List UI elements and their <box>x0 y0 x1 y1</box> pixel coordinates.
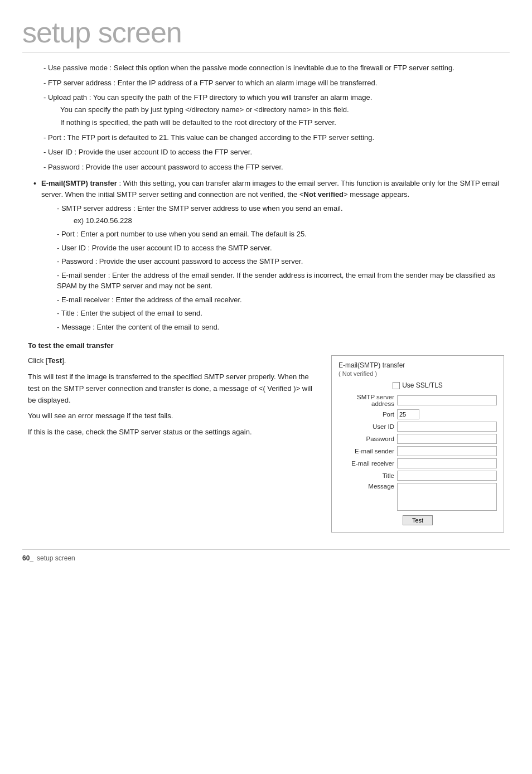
smtp-receiver-label: E-mail receiver <box>338 460 397 467</box>
smtp-server-address-label: SMTP server address <box>338 394 397 407</box>
email-bullet-list: E-mail(SMTP) transfer : With this settin… <box>28 178 504 332</box>
email-sub-list: SMTP server address : Enter the SMTP ser… <box>41 203 504 332</box>
smtp-password-label: Password <box>338 436 397 442</box>
footer: 60_ setup screen <box>22 549 510 562</box>
email-label-end: > message appears. <box>344 190 409 199</box>
smtp-server-address-input[interactable] <box>397 395 497 405</box>
smtp-port-input[interactable] <box>397 409 419 419</box>
smtp-receiver-row: E-mail receiver <box>338 458 497 468</box>
footer-page-number: 60_ <box>22 554 33 562</box>
smtp-userid-input[interactable] <box>397 422 497 432</box>
list-item: Password : Provide the user account pass… <box>39 162 504 173</box>
sub-line: You can specify the path by just typing … <box>43 104 504 115</box>
smtp-message-label: Message <box>338 483 397 490</box>
sub-list-item: Password : Provide the user account pass… <box>52 256 504 267</box>
ftp-list: Use passive mode : Select this option wh… <box>28 62 504 172</box>
ssl-label: Use SSL/TLS <box>402 381 443 389</box>
smtp-test-btn-row: Test <box>338 515 497 525</box>
smtp-title-row: Title <box>338 471 497 481</box>
test-desc-2: You will see an error message if the tes… <box>28 410 315 422</box>
sub-list-item: User ID : Provide the user account ID to… <box>52 243 504 254</box>
test-desc-1: This will test if the image is transferr… <box>28 371 315 406</box>
smtp-password-row: Password <box>338 434 497 444</box>
smtp-port-row: Port <box>338 409 497 419</box>
sub-line: If nothing is specified, the path will b… <box>43 117 504 128</box>
email-smtp-item: E-mail(SMTP) transfer : With this settin… <box>33 178 504 332</box>
smtp-panel: E-mail(SMTP) transfer ( Not verified ) U… <box>331 355 504 533</box>
test-section: Click [Test]. This will test if the imag… <box>28 355 504 533</box>
sub-list-item: Message : Enter the content of the email… <box>52 322 504 333</box>
smtp-title-label: Title <box>338 472 397 479</box>
smtp-sender-input[interactable] <box>397 446 497 456</box>
smtp-ssl-row: Use SSL/TLS <box>338 381 497 389</box>
test-instruction: Click [Test]. <box>28 355 315 367</box>
sub-list-item: Title : Enter the subject of the email t… <box>52 308 504 319</box>
main-content: Use passive mode : Select this option wh… <box>22 62 510 533</box>
ssl-checkbox[interactable] <box>393 382 400 389</box>
test-desc-3: If this is the case, check the SMTP serv… <box>28 427 315 438</box>
footer-label: setup screen <box>37 554 75 562</box>
smtp-server-address-row: SMTP server address <box>338 394 497 407</box>
list-item: Port : The FTP port is defaulted to 21. … <box>39 132 504 143</box>
list-item: FTP server address : Enter the IP addres… <box>39 78 504 89</box>
list-item: Use passive mode : Select this option wh… <box>39 62 504 74</box>
not-verified-bold: Not verified <box>304 190 344 199</box>
smtp-message-row: Message <box>338 483 497 511</box>
page-title: setup screen <box>22 17 510 52</box>
sub-line: ex) 10.240.56.228 <box>57 215 504 226</box>
smtp-message-textarea[interactable] <box>397 483 497 511</box>
sub-list-item: E-mail sender : Enter the address of the… <box>52 270 504 292</box>
list-item: Upload path : You can specify the path o… <box>39 92 504 128</box>
test-word-bold: Test <box>47 356 62 365</box>
test-heading: To test the email transfer <box>28 341 504 350</box>
smtp-title-input[interactable] <box>397 471 497 481</box>
smtp-port-label: Port <box>338 411 397 418</box>
smtp-password-input[interactable] <box>397 434 497 444</box>
test-description: Click [Test]. This will test if the imag… <box>28 355 315 443</box>
list-item: User ID : Provide the user account ID to… <box>39 147 504 158</box>
smtp-not-verified: ( Not verified ) <box>338 370 497 377</box>
smtp-sender-row: E-mail sender <box>338 446 497 456</box>
sub-list-item: SMTP server address : Enter the SMTP ser… <box>52 203 504 226</box>
test-button[interactable]: Test <box>403 515 433 525</box>
sub-list-item: E-mail receiver : Enter the address of t… <box>52 294 504 306</box>
smtp-panel-title: E-mail(SMTP) transfer <box>338 361 497 369</box>
smtp-sender-label: E-mail sender <box>338 448 397 454</box>
sub-list-item: Port : Enter a port number to use when y… <box>52 229 504 240</box>
smtp-receiver-input[interactable] <box>397 458 497 468</box>
email-label-bold: E-mail(SMTP) transfer <box>41 179 117 187</box>
smtp-userid-label: User ID <box>338 423 397 430</box>
smtp-userid-row: User ID <box>338 422 497 432</box>
